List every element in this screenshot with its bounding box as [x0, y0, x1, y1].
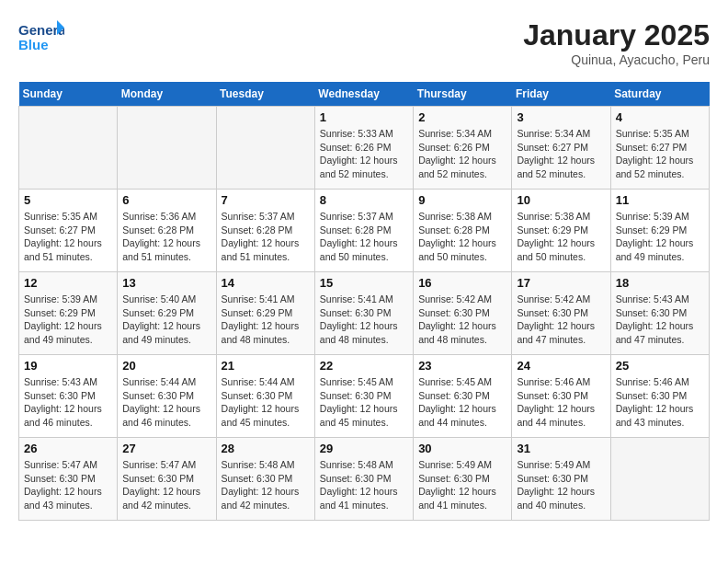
day-info: Sunrise: 5:45 AM Sunset: 6:30 PM Dayligh…: [320, 375, 408, 430]
day-info: Sunrise: 5:48 AM Sunset: 6:30 PM Dayligh…: [320, 458, 408, 512]
weekday-header-saturday: Saturday: [610, 82, 709, 107]
day-number: 27: [122, 442, 210, 455]
calendar-cell: 28Sunrise: 5:48 AM Sunset: 6:30 PM Dayli…: [216, 438, 314, 521]
logo: General Blue: [18, 18, 64, 55]
day-info: Sunrise: 5:41 AM Sunset: 6:29 PM Dayligh…: [222, 293, 310, 347]
calendar-cell: 12Sunrise: 5:39 AM Sunset: 6:29 PM Dayli…: [19, 272, 118, 355]
calendar-cell: 25Sunrise: 5:46 AM Sunset: 6:30 PM Dayli…: [610, 355, 709, 438]
calendar-cell: 10Sunrise: 5:38 AM Sunset: 6:29 PM Dayli…: [512, 190, 610, 272]
weekday-header-wednesday: Wednesday: [314, 82, 413, 107]
calendar-cell: 23Sunrise: 5:45 AM Sunset: 6:30 PM Dayli…: [414, 355, 512, 438]
day-number: 11: [616, 193, 704, 207]
day-number: 8: [320, 193, 408, 207]
day-number: 23: [418, 359, 506, 373]
calendar-cell: 4Sunrise: 5:35 AM Sunset: 6:27 PM Daylig…: [610, 107, 709, 190]
day-info: Sunrise: 5:40 AM Sunset: 6:29 PM Dayligh…: [122, 293, 210, 347]
calendar-cell: 30Sunrise: 5:49 AM Sunset: 6:30 PM Dayli…: [414, 438, 512, 521]
location-subtitle: Quinua, Ayacucho, Peru: [523, 52, 710, 67]
calendar-cell: 8Sunrise: 5:37 AM Sunset: 6:28 PM Daylig…: [314, 190, 413, 272]
day-number: 28: [222, 442, 310, 455]
day-info: Sunrise: 5:46 AM Sunset: 6:30 PM Dayligh…: [517, 375, 605, 430]
day-info: Sunrise: 5:49 AM Sunset: 6:30 PM Dayligh…: [418, 458, 506, 512]
day-info: Sunrise: 5:41 AM Sunset: 6:30 PM Dayligh…: [320, 293, 408, 347]
calendar-cell: 14Sunrise: 5:41 AM Sunset: 6:29 PM Dayli…: [216, 272, 314, 355]
day-number: 10: [517, 193, 605, 207]
day-number: 25: [616, 359, 704, 373]
day-number: 4: [616, 110, 704, 124]
day-number: 6: [122, 193, 210, 207]
calendar-cell: 13Sunrise: 5:40 AM Sunset: 6:29 PM Dayli…: [118, 272, 216, 355]
calendar-cell: 19Sunrise: 5:43 AM Sunset: 6:30 PM Dayli…: [19, 355, 118, 438]
weekday-header-friday: Friday: [512, 82, 610, 107]
day-info: Sunrise: 5:47 AM Sunset: 6:30 PM Dayligh…: [24, 458, 112, 512]
day-info: Sunrise: 5:49 AM Sunset: 6:30 PM Dayligh…: [517, 458, 605, 512]
calendar-cell: 18Sunrise: 5:43 AM Sunset: 6:30 PM Dayli…: [610, 272, 709, 355]
day-number: 24: [517, 359, 605, 373]
day-number: 31: [517, 442, 605, 455]
calendar-week-1: 1Sunrise: 5:33 AM Sunset: 6:26 PM Daylig…: [19, 107, 710, 190]
day-number: 1: [320, 110, 408, 124]
calendar-cell: 15Sunrise: 5:41 AM Sunset: 6:30 PM Dayli…: [314, 272, 413, 355]
calendar-cell: 22Sunrise: 5:45 AM Sunset: 6:30 PM Dayli…: [314, 355, 413, 438]
day-info: Sunrise: 5:37 AM Sunset: 6:28 PM Dayligh…: [222, 210, 310, 264]
title-block: January 2025 Quinua, Ayacucho, Peru: [523, 18, 710, 67]
calendar-cell: 27Sunrise: 5:47 AM Sunset: 6:30 PM Dayli…: [118, 438, 216, 521]
day-number: 3: [517, 110, 605, 124]
day-number: 26: [24, 442, 112, 455]
day-info: Sunrise: 5:33 AM Sunset: 6:26 PM Dayligh…: [320, 127, 408, 181]
day-info: Sunrise: 5:43 AM Sunset: 6:30 PM Dayligh…: [616, 293, 704, 347]
day-info: Sunrise: 5:35 AM Sunset: 6:27 PM Dayligh…: [616, 127, 704, 181]
day-info: Sunrise: 5:38 AM Sunset: 6:29 PM Dayligh…: [517, 210, 605, 264]
day-info: Sunrise: 5:42 AM Sunset: 6:30 PM Dayligh…: [517, 293, 605, 347]
day-info: Sunrise: 5:38 AM Sunset: 6:28 PM Dayligh…: [418, 210, 506, 264]
calendar-cell: 20Sunrise: 5:44 AM Sunset: 6:30 PM Dayli…: [118, 355, 216, 438]
day-number: 22: [320, 359, 408, 373]
day-number: 20: [122, 359, 210, 373]
day-number: 15: [320, 276, 408, 290]
day-info: Sunrise: 5:44 AM Sunset: 6:30 PM Dayligh…: [122, 375, 210, 430]
month-title: January 2025: [523, 18, 710, 52]
day-number: 14: [222, 276, 310, 290]
calendar-cell: 11Sunrise: 5:39 AM Sunset: 6:29 PM Dayli…: [610, 190, 709, 272]
day-info: Sunrise: 5:37 AM Sunset: 6:28 PM Dayligh…: [320, 210, 408, 264]
calendar-cell: 29Sunrise: 5:48 AM Sunset: 6:30 PM Dayli…: [314, 438, 413, 521]
calendar-cell: 21Sunrise: 5:44 AM Sunset: 6:30 PM Dayli…: [216, 355, 314, 438]
day-info: Sunrise: 5:44 AM Sunset: 6:30 PM Dayligh…: [222, 375, 310, 430]
calendar-week-5: 26Sunrise: 5:47 AM Sunset: 6:30 PM Dayli…: [19, 438, 710, 521]
day-number: 19: [24, 359, 112, 373]
day-number: 29: [320, 442, 408, 455]
calendar-cell: 5Sunrise: 5:35 AM Sunset: 6:27 PM Daylig…: [19, 190, 118, 272]
day-number: 30: [418, 442, 506, 455]
header-row: SundayMondayTuesdayWednesdayThursdayFrid…: [19, 82, 710, 107]
calendar-cell: 7Sunrise: 5:37 AM Sunset: 6:28 PM Daylig…: [216, 190, 314, 272]
calendar-cell: [610, 438, 709, 521]
calendar-cell: 26Sunrise: 5:47 AM Sunset: 6:30 PM Dayli…: [19, 438, 118, 521]
day-number: 5: [24, 193, 112, 207]
day-info: Sunrise: 5:39 AM Sunset: 6:29 PM Dayligh…: [24, 293, 112, 347]
calendar-week-3: 12Sunrise: 5:39 AM Sunset: 6:29 PM Dayli…: [19, 272, 710, 355]
calendar-cell: 2Sunrise: 5:34 AM Sunset: 6:26 PM Daylig…: [414, 107, 512, 190]
calendar-cell: [118, 107, 216, 190]
day-info: Sunrise: 5:45 AM Sunset: 6:30 PM Dayligh…: [418, 375, 506, 430]
weekday-header-thursday: Thursday: [414, 82, 512, 107]
day-number: 7: [222, 193, 310, 207]
day-info: Sunrise: 5:46 AM Sunset: 6:30 PM Dayligh…: [616, 375, 704, 430]
svg-text:Blue: Blue: [18, 37, 49, 52]
calendar-cell: 17Sunrise: 5:42 AM Sunset: 6:30 PM Dayli…: [512, 272, 610, 355]
calendar-cell: 24Sunrise: 5:46 AM Sunset: 6:30 PM Dayli…: [512, 355, 610, 438]
calendar-week-4: 19Sunrise: 5:43 AM Sunset: 6:30 PM Dayli…: [19, 355, 710, 438]
day-info: Sunrise: 5:43 AM Sunset: 6:30 PM Dayligh…: [24, 375, 112, 430]
calendar-cell: 1Sunrise: 5:33 AM Sunset: 6:26 PM Daylig…: [314, 107, 413, 190]
day-info: Sunrise: 5:42 AM Sunset: 6:30 PM Dayligh…: [418, 293, 506, 347]
weekday-header-sunday: Sunday: [19, 82, 118, 107]
day-number: 21: [222, 359, 310, 373]
page-header: General Blue January 2025 Quinua, Ayacuc…: [18, 18, 710, 67]
day-info: Sunrise: 5:47 AM Sunset: 6:30 PM Dayligh…: [122, 458, 210, 512]
day-info: Sunrise: 5:35 AM Sunset: 6:27 PM Dayligh…: [24, 210, 112, 264]
day-info: Sunrise: 5:39 AM Sunset: 6:29 PM Dayligh…: [616, 210, 704, 264]
calendar-cell: 6Sunrise: 5:36 AM Sunset: 6:28 PM Daylig…: [118, 190, 216, 272]
day-number: 12: [24, 276, 112, 290]
calendar-week-2: 5Sunrise: 5:35 AM Sunset: 6:27 PM Daylig…: [19, 190, 710, 272]
logo-icon: General Blue: [18, 18, 64, 55]
day-number: 2: [418, 110, 506, 124]
